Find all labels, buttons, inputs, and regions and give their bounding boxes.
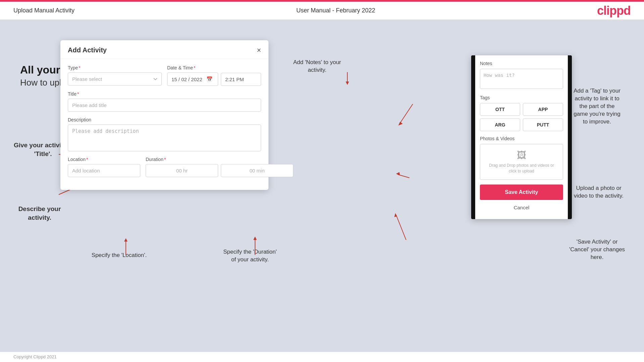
form-group-title: Title* bbox=[68, 91, 261, 112]
modal-title: Add Activity bbox=[68, 46, 107, 54]
location-label: Location* bbox=[68, 157, 140, 162]
header-center: User Manual - February 2022 bbox=[296, 7, 375, 14]
modal-close-button[interactable]: × bbox=[257, 47, 261, 54]
form-group-datetime: Date & Time* 15 / 02 / 2022 📅 2:21 PM bbox=[167, 65, 261, 86]
type-label: Type* bbox=[68, 65, 162, 70]
form-group-type: Type* Please select bbox=[68, 65, 162, 86]
form-group-location: Location* bbox=[68, 157, 140, 177]
annotation-save: 'Save Activity' or 'Cancel' your changes… bbox=[558, 238, 636, 261]
annotation-notes: Add 'Notes' to your activity. bbox=[279, 59, 356, 74]
location-input[interactable] bbox=[68, 164, 140, 177]
time-input[interactable]: 2:21 PM bbox=[221, 73, 261, 86]
form-group-duration: Duration* bbox=[146, 157, 293, 177]
header: Upload Manual Activity User Manual - Feb… bbox=[0, 2, 644, 20]
tag-arg[interactable]: ARG bbox=[480, 118, 520, 131]
datetime-label: Date & Time* bbox=[167, 65, 261, 70]
modal-header: Add Activity × bbox=[60, 40, 268, 59]
logo: clippd bbox=[597, 4, 631, 18]
duration-label: Duration* bbox=[146, 157, 293, 162]
annotation-photo: Upload a photo or video to the activity. bbox=[562, 185, 636, 200]
phone-panel: Notes Tags OTT APP ARG PUTT Photos & Vid… bbox=[471, 55, 572, 219]
annotation-description: Describe your activity. bbox=[13, 205, 66, 222]
tag-putt[interactable]: PUTT bbox=[523, 118, 563, 131]
description-textarea[interactable] bbox=[68, 124, 261, 151]
tag-ott[interactable]: OTT bbox=[480, 103, 520, 116]
form-group-description: Description bbox=[68, 117, 261, 151]
notes-textarea[interactable] bbox=[480, 69, 563, 89]
date-input[interactable]: 15 / 02 / 2022 📅 bbox=[167, 72, 218, 86]
modal-body: Type* Please select Date & Time* 15 / 02… bbox=[60, 59, 268, 190]
upload-icon: 🖼 bbox=[486, 150, 557, 161]
form-row-title: Title* bbox=[68, 91, 261, 112]
header-divider bbox=[0, 20, 644, 21]
type-select[interactable]: Please select bbox=[68, 72, 162, 86]
tags-grid: OTT APP ARG PUTT bbox=[480, 103, 563, 131]
phone-panel-inner: Notes Tags OTT APP ARG PUTT Photos & Vid… bbox=[475, 55, 568, 219]
duration-min-input[interactable] bbox=[221, 164, 293, 177]
cancel-button[interactable]: Cancel bbox=[514, 203, 530, 214]
photos-upload-area[interactable]: 🖼 Drag and Drop photos and videos or cli… bbox=[480, 144, 563, 180]
photos-upload-text: Drag and Drop photos and videos or click… bbox=[486, 163, 557, 174]
duration-hr-input[interactable] bbox=[146, 164, 218, 177]
duration-inputs bbox=[146, 164, 293, 177]
title-field-label: Title* bbox=[68, 91, 261, 97]
footer: Copyright Clippd 2021 bbox=[13, 354, 57, 359]
calendar-icon: 📅 bbox=[206, 76, 213, 82]
form-row-type-date: Type* Please select Date & Time* 15 / 02… bbox=[68, 65, 261, 86]
annotation-duration: Specify the 'Duration' of your activity. bbox=[208, 248, 292, 264]
add-activity-modal: Add Activity × Type* Please select Date … bbox=[60, 40, 268, 190]
tag-app[interactable]: APP bbox=[523, 103, 563, 116]
tags-label: Tags bbox=[480, 95, 563, 100]
annotation-location: Specify the 'Location'. bbox=[82, 252, 156, 259]
save-activity-button[interactable]: Save Activity bbox=[480, 185, 563, 200]
photos-label: Photos & Videos bbox=[480, 136, 563, 141]
notes-label: Notes bbox=[480, 61, 563, 66]
date-time-group: 15 / 02 / 2022 📅 2:21 PM bbox=[167, 72, 261, 86]
form-row-location-duration: Location* Duration* bbox=[68, 157, 261, 177]
title-input[interactable] bbox=[68, 99, 261, 112]
form-row-description: Description bbox=[68, 117, 261, 151]
top-red-bar bbox=[0, 0, 644, 2]
description-label: Description bbox=[68, 117, 261, 122]
header-left: Upload Manual Activity bbox=[13, 7, 75, 14]
